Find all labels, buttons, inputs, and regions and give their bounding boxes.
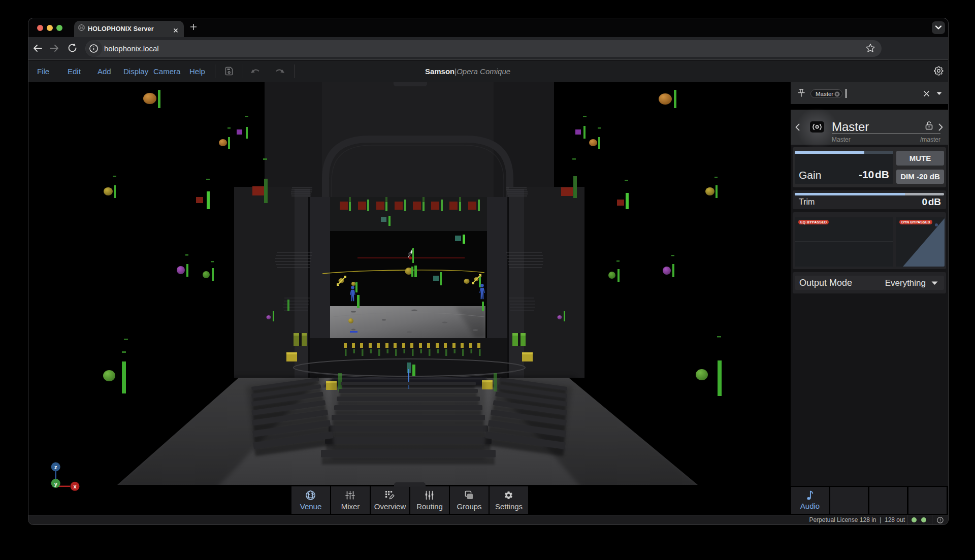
svg-text:x: x xyxy=(73,483,77,489)
svg-text:z: z xyxy=(54,464,57,470)
svg-text:y: y xyxy=(54,481,58,487)
